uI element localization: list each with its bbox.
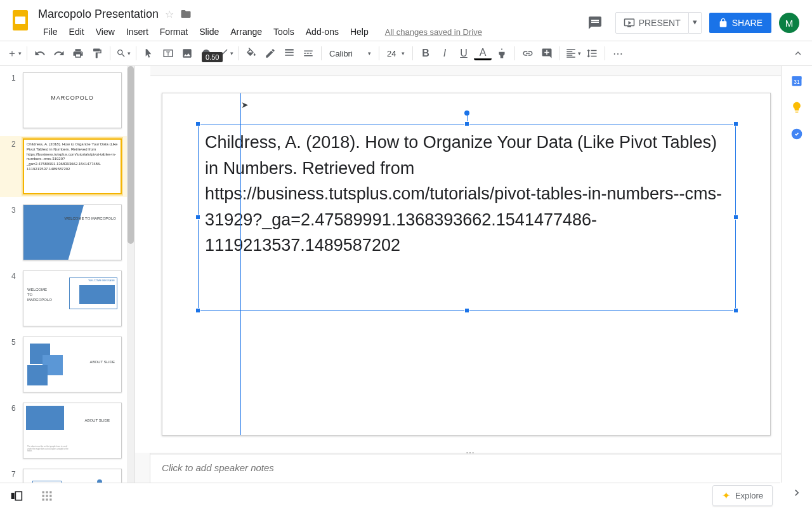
tasks-icon[interactable]: [790, 127, 804, 141]
resize-handle-l[interactable]: [195, 215, 200, 220]
share-button[interactable]: SHARE: [709, 13, 771, 33]
menu-addons[interactable]: Add-ons: [301, 24, 344, 39]
menu-slide[interactable]: Slide: [194, 24, 224, 39]
notes-resize-handle[interactable]: [150, 453, 781, 455]
paint-format-button[interactable]: [88, 44, 106, 62]
border-color-button[interactable]: [261, 44, 279, 62]
fill-color-button[interactable]: [242, 44, 260, 62]
slide-thumbnail-2[interactable]: 2 Childress, A. (2018). How to Organize …: [0, 136, 134, 197]
explore-icon: ✦: [722, 490, 730, 502]
save-status[interactable]: All changes saved in Drive: [385, 27, 482, 37]
menu-insert[interactable]: Insert: [121, 24, 154, 39]
slide-panel-scrollbar[interactable]: [127, 66, 134, 483]
slide-thumbnail-1[interactable]: 1 MARCOPOLO: [0, 70, 134, 131]
undo-button[interactable]: [31, 44, 49, 62]
svg-rect-14: [49, 491, 51, 493]
grid-view-button[interactable]: [38, 487, 56, 505]
text-box[interactable]: Childress, A. (2018). How to Organize Yo…: [198, 124, 736, 311]
image-tool[interactable]: [178, 44, 196, 62]
resize-handle-tl[interactable]: [195, 121, 200, 126]
border-weight-button[interactable]: [280, 44, 298, 62]
border-dash-button[interactable]: [299, 44, 317, 62]
toolbar: ＋▾ ▾ ▾ Calibri▾ 24▾ B I U A ▾ ⋯: [0, 41, 812, 66]
comments-button[interactable]: [582, 10, 608, 36]
doc-title[interactable]: Marcopolo Presentation: [38, 8, 159, 21]
svg-rect-15: [43, 495, 44, 497]
select-tool[interactable]: [140, 44, 158, 62]
right-side-panel: 31: [781, 66, 812, 483]
title-area: Marcopolo Presentation ☆ File Edit View …: [38, 5, 582, 41]
svg-rect-18: [43, 498, 44, 500]
textbox-tool[interactable]: [159, 44, 177, 62]
slide-thumbnail-4[interactable]: 4 WELCOME TO MARCOPOLO WELCOME MESSAGE: [0, 268, 134, 329]
menu-arrange[interactable]: Arrange: [225, 24, 267, 39]
new-slide-button[interactable]: ＋▾: [5, 44, 23, 62]
redo-button[interactable]: [50, 44, 68, 62]
slide-panel[interactable]: 1 MARCOPOLO 2 Childress, A. (2018). How …: [0, 66, 135, 483]
print-button[interactable]: [69, 44, 87, 62]
svg-rect-12: [43, 491, 44, 493]
highlight-button[interactable]: [493, 44, 511, 62]
resize-handle-b[interactable]: [464, 308, 469, 313]
menu-view[interactable]: View: [91, 24, 120, 39]
ruler-tooltip: 0.50: [202, 52, 223, 62]
filmstrip-view-button[interactable]: [8, 487, 25, 505]
guide-line[interactable]: [240, 93, 241, 435]
svg-rect-11: [15, 491, 22, 500]
svg-rect-20: [49, 498, 51, 500]
zoom-button[interactable]: ▾: [114, 44, 132, 62]
italic-button[interactable]: I: [436, 44, 454, 62]
resize-handle-br[interactable]: [733, 308, 738, 313]
text-color-button[interactable]: A: [474, 46, 492, 60]
collapse-toolbar-button[interactable]: [789, 44, 807, 62]
slides-logo[interactable]: [8, 8, 33, 33]
more-button[interactable]: ⋯: [609, 44, 627, 62]
slide-thumbnail-3[interactable]: 3 WELCOME TO MARCOPOLO: [0, 202, 134, 263]
svg-rect-1: [15, 17, 25, 24]
menu-file[interactable]: File: [38, 24, 63, 39]
font-select[interactable]: Calibri▾: [325, 46, 375, 61]
horizontal-ruler[interactable]: [150, 66, 781, 76]
menu-edit[interactable]: Edit: [64, 24, 89, 39]
font-size-select[interactable]: 24▾: [383, 46, 409, 61]
main: 1 MARCOPOLO 2 Childress, A. (2018). How …: [0, 66, 812, 483]
resize-handle-r[interactable]: [733, 215, 738, 220]
menu-tools[interactable]: Tools: [268, 24, 299, 39]
calendar-icon[interactable]: 31: [790, 74, 804, 88]
svg-rect-13: [46, 491, 48, 493]
present-dropdown[interactable]: ▾: [689, 12, 702, 34]
present-button[interactable]: PRESENT: [615, 12, 689, 34]
menu-format[interactable]: Format: [155, 24, 193, 39]
star-icon[interactable]: ☆: [165, 8, 174, 20]
share-label: SHARE: [732, 18, 763, 28]
keep-icon[interactable]: [790, 100, 804, 114]
svg-rect-10: [11, 493, 15, 499]
explore-button[interactable]: ✦ Explore: [712, 485, 773, 506]
canvas-area: ➤ Childress, A. (2018). How to Organize …: [135, 66, 781, 483]
explore-label: Explore: [735, 491, 763, 500]
link-button[interactable]: [519, 44, 537, 62]
text-box-content[interactable]: Childress, A. (2018). How to Organize Yo…: [199, 124, 735, 264]
bold-button[interactable]: B: [417, 44, 435, 62]
slide-canvas[interactable]: ➤ Childress, A. (2018). How to Organize …: [162, 93, 771, 436]
svg-text:31: 31: [794, 79, 800, 85]
align-button[interactable]: ▾: [564, 44, 582, 62]
menu-help[interactable]: Help: [345, 24, 374, 39]
show-side-panel-button[interactable]: [788, 484, 806, 502]
rotate-handle[interactable]: [464, 110, 469, 116]
resize-handle-t[interactable]: [464, 121, 469, 126]
speaker-notes[interactable]: Click to add speaker notes: [150, 455, 781, 483]
cursor-icon: ➤: [241, 100, 249, 110]
folder-icon[interactable]: [180, 8, 192, 20]
underline-button[interactable]: U: [455, 44, 473, 62]
slide-thumbnail-5[interactable]: 5 ABOUT SLIDE: [0, 334, 134, 395]
comment-add-button[interactable]: [538, 44, 556, 62]
resize-handle-tr[interactable]: [733, 121, 738, 126]
svg-rect-16: [46, 495, 48, 497]
avatar[interactable]: M: [779, 13, 799, 33]
line-spacing-button[interactable]: [583, 44, 601, 62]
slide-thumbnail-7[interactable]: 7 OUR SERVICE: [0, 466, 134, 483]
present-label: PRESENT: [639, 18, 681, 28]
slide-thumbnail-6[interactable]: 6 ABOUT SLIDE The about must be so that …: [0, 400, 134, 461]
resize-handle-bl[interactable]: [195, 308, 200, 313]
